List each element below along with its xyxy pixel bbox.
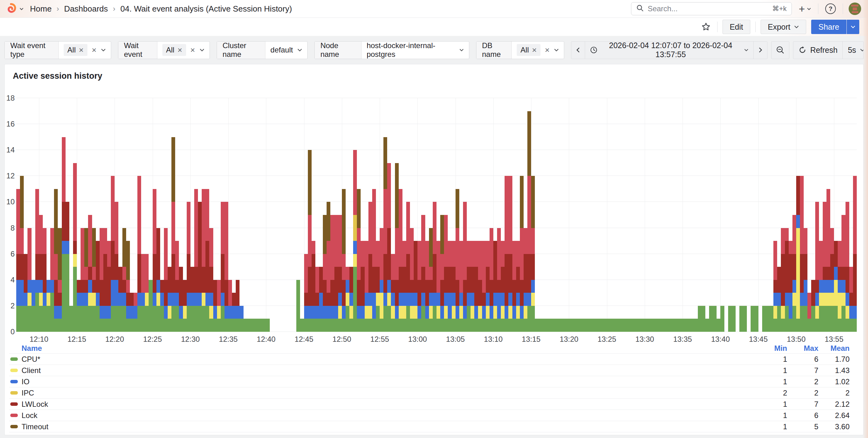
search-input[interactable]: Search... ⌘+k bbox=[631, 2, 792, 15]
selected-value-chip[interactable]: All × bbox=[162, 44, 186, 56]
breadcrumb-dashboards[interactable]: Dashboards bbox=[64, 4, 108, 14]
bar-segment-cpu bbox=[773, 319, 777, 332]
gridline-vertical bbox=[683, 98, 683, 332]
bar-segment-lock bbox=[115, 202, 118, 254]
time-shift-forward-button[interactable] bbox=[753, 41, 767, 59]
bar-segment-io bbox=[357, 306, 361, 319]
legend-row-io[interactable]: IO121.02 bbox=[9, 376, 849, 387]
legend-series-name[interactable]: LWLock bbox=[9, 400, 756, 409]
bar-segment-cpu bbox=[550, 319, 554, 332]
refresh-button[interactable]: Refresh bbox=[794, 41, 843, 59]
chevron-down-icon[interactable] bbox=[297, 49, 302, 52]
legend-series-name[interactable]: IO bbox=[9, 377, 756, 386]
legend-min-value: 1 bbox=[756, 377, 787, 386]
legend-min-value: 1 bbox=[756, 355, 787, 363]
legend-row-lwlock[interactable]: LWLock172.12 bbox=[9, 399, 849, 410]
bar-segment-lock bbox=[194, 189, 198, 267]
bar-segment-io bbox=[172, 293, 175, 306]
legend-row-cpu[interactable]: CPU*161.70 bbox=[9, 354, 849, 365]
help-button[interactable]: ? bbox=[824, 2, 837, 15]
legend-series-name[interactable]: Timeout bbox=[9, 422, 756, 431]
bar-segment-client bbox=[834, 280, 838, 306]
bar-segment-cpu bbox=[641, 319, 645, 332]
bar-segment-timeout bbox=[54, 189, 58, 254]
bar-segment-lwlock bbox=[425, 280, 429, 306]
legend-series-name[interactable]: CPU* bbox=[9, 355, 756, 363]
remove-value-icon[interactable]: × bbox=[79, 46, 84, 54]
bar-segment-cpu bbox=[841, 306, 845, 332]
share-button[interactable]: Share bbox=[811, 20, 846, 34]
selected-value-chip[interactable]: All × bbox=[517, 44, 540, 56]
y-axis-tick-label: 2 bbox=[5, 302, 15, 310]
legend-header-name[interactable]: Name bbox=[9, 344, 756, 353]
legend-header-max[interactable]: Max bbox=[787, 344, 818, 353]
legend-row-client[interactable]: Client171.43 bbox=[9, 365, 849, 376]
bar-segment-lwlock bbox=[520, 280, 524, 306]
legend-series-name[interactable]: Lock bbox=[9, 411, 756, 420]
legend-row-ipc[interactable]: IPC222 bbox=[9, 387, 849, 399]
legend-header-min[interactable]: Min bbox=[756, 344, 787, 353]
filter-db-name[interactable]: DB name All × × bbox=[476, 41, 564, 59]
clear-all-icon[interactable]: × bbox=[92, 46, 96, 54]
filter-wait-event[interactable]: Wait event All × × bbox=[118, 41, 210, 59]
bar-segment-cpu bbox=[414, 319, 417, 332]
zoom-out-time-button[interactable] bbox=[771, 41, 789, 59]
filter-node-name[interactable]: Node name host-docker-internal-postgres bbox=[314, 41, 469, 59]
filter-wait-event-type[interactable]: Wait event type All × × bbox=[4, 41, 111, 59]
share-dropdown-button[interactable] bbox=[847, 20, 859, 34]
bar-segment-lwlock bbox=[440, 280, 444, 306]
refresh-interval-dropdown[interactable]: 5s bbox=[842, 41, 864, 59]
chevron-down-icon[interactable] bbox=[459, 49, 464, 52]
bar-segment-cpu bbox=[365, 319, 368, 332]
bar-segment-client bbox=[486, 306, 490, 319]
bar-segment-cpu bbox=[554, 319, 558, 332]
window-edge-gradient bbox=[863, 0, 868, 438]
filter-cluster-name[interactable]: Cluster name default bbox=[217, 41, 308, 59]
bar-segment-cpu bbox=[160, 306, 164, 332]
bar-segment-lock bbox=[433, 202, 436, 254]
chevron-down-icon[interactable] bbox=[199, 49, 205, 52]
chevron-down-icon[interactable] bbox=[554, 49, 559, 52]
clear-all-icon[interactable]: × bbox=[545, 46, 550, 54]
favorite-star-button[interactable] bbox=[700, 21, 712, 33]
bar-segment-cpu bbox=[115, 306, 118, 332]
legend-row-lock[interactable]: Lock162.64 bbox=[9, 410, 849, 421]
selected-value-chip[interactable]: All × bbox=[64, 44, 87, 56]
filter-value: host-docker-internal-postgres bbox=[367, 41, 455, 59]
y-axis-tick-label: 14 bbox=[5, 146, 15, 154]
legend-row-timeout[interactable]: Timeout153.60 bbox=[9, 421, 849, 432]
bar-segment-cpu bbox=[611, 319, 615, 332]
bar-segment-lwlock bbox=[92, 280, 96, 293]
user-avatar[interactable] bbox=[849, 2, 861, 15]
nav-chevron-down-icon[interactable] bbox=[19, 6, 24, 11]
breadcrumb-home[interactable]: Home bbox=[30, 4, 52, 14]
bar-segment-lwlock bbox=[414, 241, 417, 293]
bar-segment-lwlock bbox=[406, 254, 410, 293]
legend-series-name[interactable]: IPC bbox=[9, 389, 756, 398]
bar-segment-lwlock bbox=[482, 293, 486, 306]
legend-min-value: 1 bbox=[756, 366, 787, 375]
add-button[interactable]: + bbox=[798, 2, 812, 15]
legend-header-row: Name Min Max Mean bbox=[9, 343, 849, 354]
clear-all-icon[interactable]: × bbox=[190, 46, 195, 54]
legend-header-mean[interactable]: Mean bbox=[818, 344, 849, 353]
gridline-vertical bbox=[266, 98, 266, 332]
edit-button[interactable]: Edit bbox=[722, 20, 750, 34]
legend-mean-value: 2.64 bbox=[818, 411, 849, 420]
grafana-logo-icon[interactable] bbox=[5, 3, 17, 15]
chart-plot[interactable] bbox=[16, 98, 857, 332]
chevron-down-icon[interactable] bbox=[101, 49, 106, 52]
legend-min-value: 2 bbox=[756, 389, 787, 398]
time-range-picker-button[interactable]: 2026-02-04 12:07:07 to 2026-02-04 13:57:… bbox=[585, 41, 753, 59]
legend-series-name[interactable]: Client bbox=[9, 366, 756, 375]
remove-value-icon[interactable]: × bbox=[532, 46, 537, 54]
bar-segment-lock bbox=[84, 267, 88, 280]
bar-segment-cpu bbox=[221, 306, 224, 332]
bar-segment-lock bbox=[175, 241, 179, 280]
time-shift-back-button[interactable] bbox=[571, 41, 585, 59]
edit-button-label: Edit bbox=[730, 23, 743, 32]
remove-value-icon[interactable]: × bbox=[177, 46, 182, 54]
bar-segment-lock bbox=[470, 241, 474, 267]
export-button[interactable]: Export bbox=[761, 20, 806, 34]
bar-segment-cpu bbox=[751, 306, 754, 332]
